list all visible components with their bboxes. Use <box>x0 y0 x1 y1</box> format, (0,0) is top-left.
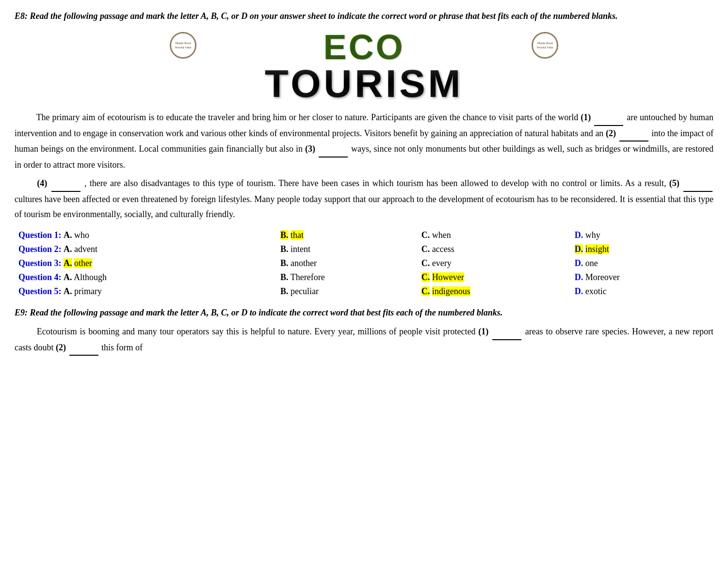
blank4-num: (4) <box>37 178 47 188</box>
p2-blank2-num: (2) <box>56 343 66 352</box>
q1-d-label: D. <box>575 230 583 240</box>
q4-a-label: A. <box>64 272 72 282</box>
table-row: Question 4: A. Although B. Therefore C. … <box>15 270 713 284</box>
q1-b-text: that <box>291 230 304 240</box>
blank2 <box>619 126 648 142</box>
q2-a-text: advent <box>74 244 97 254</box>
q4-c-text: However <box>432 272 464 282</box>
table-row: Question 1: A. who B. that C. when D. wh… <box>15 228 713 242</box>
stamp-left: Made Real World Vibe <box>170 32 196 59</box>
q1-c-label: C. <box>421 230 430 240</box>
q5-c-text: indigenous <box>432 286 470 296</box>
blank5-num: (5) <box>669 178 679 188</box>
q3-d-label: D. <box>575 258 583 268</box>
blank5 <box>683 176 712 192</box>
table-row: Question 5: A. primary B. peculiar C. in… <box>15 284 713 299</box>
e8-instruction: E8: Read the following passage and mark … <box>15 10 713 23</box>
q4-c-label: C. <box>421 272 430 282</box>
logo-container: Made Real World Vibe Made Real World Vib… <box>15 30 713 103</box>
q2-b-text: intent <box>291 244 310 254</box>
passage2-text: Ecotourism is booming and many tour oper… <box>15 324 713 356</box>
q1-a-text: who <box>74 230 89 240</box>
q5-a-text: primary <box>74 286 102 296</box>
q2-d-label: D. <box>575 244 583 254</box>
blank4 <box>51 176 81 192</box>
q3-a-label: A. <box>64 258 72 268</box>
q3-c-text: every <box>432 258 452 268</box>
q2-a-label: A. <box>64 244 72 254</box>
blank1-num: (1) <box>581 112 591 122</box>
q3-b-label: B. <box>280 258 289 268</box>
q4-d-label: D. <box>575 272 583 282</box>
q4-d-text: Moreover <box>585 272 620 282</box>
q4-a-text: Although <box>74 272 107 282</box>
q3-a-text: other <box>74 258 92 268</box>
passage-sentence1: The primary aim of ecotourism is to educ… <box>36 112 579 122</box>
q5-b-text: peculiar <box>291 286 319 296</box>
p2-blank1 <box>492 324 521 340</box>
table-row: Question 2: A. advent B. intent C. acces… <box>15 242 713 256</box>
blank3 <box>319 142 348 157</box>
passage-sentence5: , there are also disadvantages to this t… <box>84 178 666 188</box>
passage-sentence6: cultures have been affected or even thre… <box>15 194 713 219</box>
q2-b-label: B. <box>280 244 289 254</box>
passage2-sentence1: Ecotourism is booming and many tour oper… <box>37 327 476 336</box>
blank2-num: (2) <box>606 128 616 138</box>
q1-label: Question 1: <box>18 230 62 240</box>
e9-instruction: E9: Read the following passage and mark … <box>15 306 713 319</box>
table-row: Question 3: A. other B. another C. every… <box>15 256 713 270</box>
p2-blank1-num: (1) <box>478 327 488 336</box>
q1-b-label: B. <box>280 230 289 240</box>
p2-blank2 <box>69 340 98 356</box>
q5-d-text: exotic <box>585 286 607 296</box>
q3-d-text: one <box>585 258 598 268</box>
q2-d-text: insight <box>585 244 609 254</box>
eco-logo-text: ECO TOURISM <box>15 30 713 103</box>
q2-label: Question 2: <box>18 244 62 254</box>
q4-label: Question 4: <box>18 272 62 282</box>
q4-b-label: B. <box>280 272 289 282</box>
q2-c-text: access <box>432 244 454 254</box>
q5-c-label: C. <box>421 286 430 296</box>
q3-b-text: another <box>291 258 317 268</box>
passage-text: The primary aim of ecotourism is to educ… <box>15 110 713 221</box>
q1-a-label: A. <box>64 230 72 240</box>
questions-table: Question 1: A. who B. that C. when D. wh… <box>15 228 713 299</box>
blank1 <box>594 110 623 126</box>
q1-d-text: why <box>585 230 600 240</box>
q1-c-text: when <box>432 230 451 240</box>
q2-c-label: C. <box>421 244 430 254</box>
q5-label: Question 5: <box>18 286 62 296</box>
blank3-num: (3) <box>305 144 315 154</box>
q3-label: Question 3: <box>18 258 62 268</box>
q4-b-text: Therefore <box>291 272 325 282</box>
q5-a-label: A. <box>64 286 72 296</box>
q5-b-label: B. <box>280 286 289 296</box>
stamp-right: Made Real World Vibe <box>532 32 558 59</box>
q3-c-label: C. <box>421 258 430 268</box>
passage2-sentence3: this form of <box>101 343 143 352</box>
q5-d-label: D. <box>575 286 583 296</box>
